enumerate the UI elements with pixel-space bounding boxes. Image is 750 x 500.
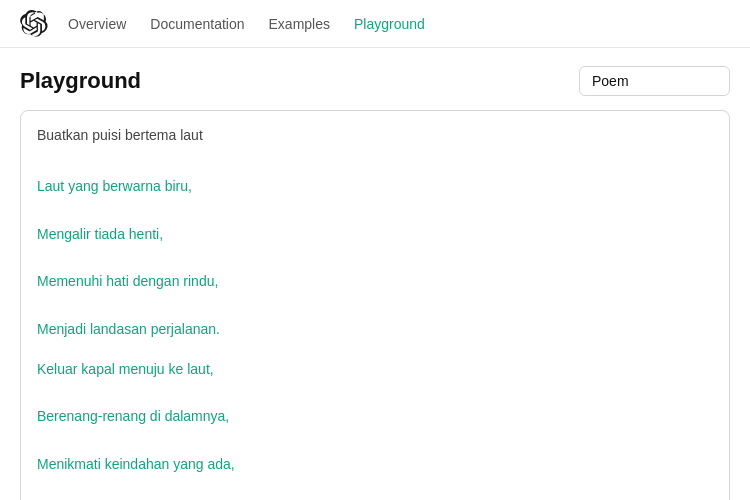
poem-line: Memenuhi hati dengan rindu,	[37, 270, 713, 294]
editor-area[interactable]: Buatkan puisi bertema laut Laut yang ber…	[20, 110, 730, 500]
page-title: Playground	[20, 68, 141, 94]
nav-playground[interactable]: Playground	[354, 16, 425, 32]
nav-overview[interactable]: Overview	[68, 16, 126, 32]
poem-stanza-1: Laut yang berwarna biru, Mengalir tiada …	[37, 175, 713, 342]
nav-documentation[interactable]: Documentation	[150, 16, 244, 32]
nav-links: Overview Documentation Examples Playgrou…	[68, 16, 425, 32]
nav-bar: Overview Documentation Examples Playgrou…	[0, 0, 750, 48]
editor-prompt: Buatkan puisi bertema laut	[37, 127, 713, 143]
logo	[20, 10, 48, 38]
poem-output: Laut yang berwarna biru, Mengalir tiada …	[37, 175, 713, 500]
poem-line: Laut yang berwarna biru,	[37, 175, 713, 199]
poem-line: Berenang-renang di dalamnya,	[37, 405, 713, 429]
poem-stanza-2: Keluar kapal menuju ke laut, Berenang-re…	[37, 358, 713, 500]
poem-line: Menikmati keindahan yang ada,	[37, 453, 713, 477]
preset-select[interactable]: Poem Q&A Grammar correction Summarize	[579, 66, 730, 96]
nav-examples[interactable]: Examples	[269, 16, 330, 32]
poem-line: Keluar kapal menuju ke laut,	[37, 358, 713, 382]
poem-line: Menjadi landasan perjalanan.	[37, 318, 713, 342]
page-header: Playground Poem Q&A Grammar correction S…	[0, 48, 750, 110]
poem-line: Mengalir tiada henti,	[37, 223, 713, 247]
